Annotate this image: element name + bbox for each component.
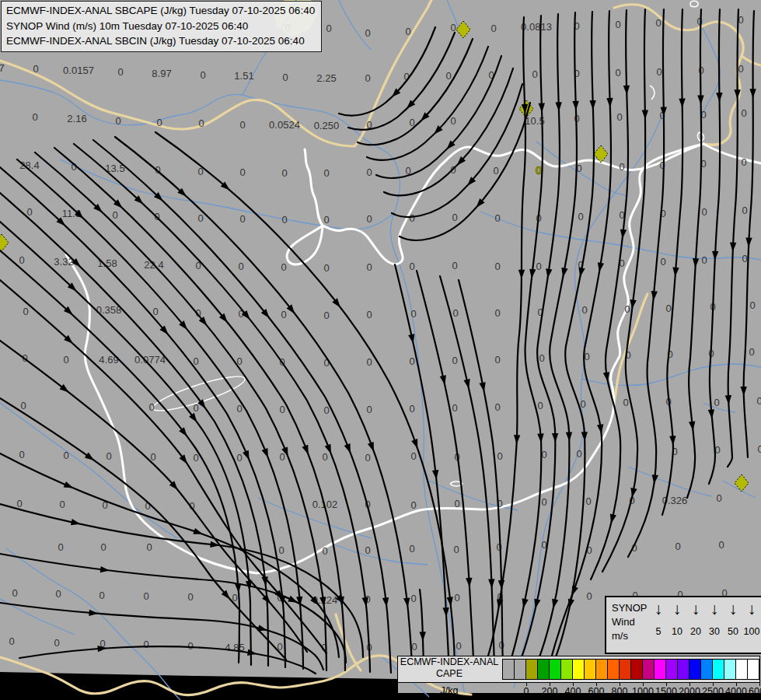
synop-legend-subtitle: Wind [612,615,649,629]
station-value: 8.97 [152,68,171,79]
station-value: 0 [615,19,620,30]
synop-legend-title: SYNOP [612,601,649,615]
station-value: 0 [282,72,288,83]
station-value: 0 [63,450,68,461]
station-value: 0 [738,63,743,75]
station-value: 0 [586,590,592,602]
station-value: 0 [279,451,285,463]
station-value: 0 [193,402,198,414]
station-value: 0 [494,354,500,366]
station-value: 0 [16,498,22,509]
synop-wind-legend: SYNOP Wind m/s ↓5↓10↓20↓30↓50↓100 [605,596,761,654]
station-value: 0 [143,639,148,650]
station-value: 0 [452,402,457,414]
station-value: 0 [281,261,286,273]
station-value: 0 [200,69,205,81]
cape-legend-name-line2: CAPE [397,668,501,680]
station-value: 0 [410,499,416,511]
station-value: 0 [58,541,63,553]
wind-speed-value: 5 [649,626,668,637]
wind-arrow-icon: ↓ [649,599,668,619]
station-value: 0 [146,541,152,553]
station-value: 0 [323,214,329,226]
station-value: 0 [19,449,24,460]
station-value: 0 [198,117,204,129]
station-value: 0 [539,352,544,364]
cape-color-swatch [655,660,666,679]
station-value: 0 [112,209,117,221]
station-value: 0 [366,166,372,178]
olive-zero-marker: 0 [536,163,542,177]
station-value: 0 [281,214,287,226]
synop-speed-column: ↓50 [724,599,742,653]
station-value: 0 [656,66,662,78]
station-value: 0 [150,451,155,463]
title-line-sbcape: ECMWF-INDEX-ANAL SBCAPE (J/kg) Tuesday 0… [6,3,315,19]
station-value: 0 [26,206,32,218]
station-value: 0 [32,111,37,123]
station-value: 0 [665,303,671,314]
cape-colorbar [502,659,759,680]
station-value: 0 [454,498,459,509]
station-value: 0 [236,452,242,464]
cape-legend-name-line1: ECMWF-INDEX-ANAL [397,656,501,668]
cape-scale-label: 6000 [742,686,761,697]
cape-color-swatch [503,660,515,679]
station-value: 0 [279,404,285,415]
station-value: 0 [365,27,370,39]
cape-color-swatch [748,660,759,679]
station-value: 0 [741,107,746,119]
station-value: 0.0774 [134,354,166,366]
cape-color-swatch [526,660,538,679]
synop-speed-column: ↓10 [668,599,686,653]
station-value: 0 [12,587,17,599]
map-canvas: 0000000.081300000700.015708.9701.5102.25… [0,0,761,700]
station-value: 0 [452,355,457,366]
station-value: 0 [239,119,245,131]
station-value: 0 [456,640,461,652]
station-value: 0 [490,23,496,34]
station-value: 0 [197,212,203,224]
station-value: 0 [405,26,410,37]
synop-legend-units: m/s [612,629,649,643]
station-value: 0 [619,161,624,173]
station-value: 0 [411,641,417,653]
station-value: 0 [322,545,327,557]
station-value: 0 [323,167,329,179]
cape-legend-units: J/kg [397,685,501,696]
station-value: 1.51 [234,70,253,82]
station-value: 0 [33,63,38,75]
station-value: 0 [322,451,327,463]
station-value: 0 [115,115,120,127]
wind-arrow-icon: ↓ [686,599,705,619]
station-value: 0 [576,448,581,460]
station-value: 0 [410,593,416,604]
station-value: 7 [0,62,5,74]
cape-color-swatch [515,660,526,679]
station-value: 0 [323,310,329,321]
station-value: 0 [239,166,245,178]
station-value: 0.0813 [521,21,552,33]
wind-speed-value: 50 [724,626,742,637]
station-value: 0 [148,401,154,413]
station-value: 0 [19,254,24,266]
station-value: 0 [742,253,747,264]
station-value: 0 [541,496,546,508]
cape-color-swatch [643,660,655,679]
station-value: 0 [701,206,707,218]
cape-color-swatch [561,660,573,679]
cape-color-swatch [689,660,701,679]
station-value: 0 [366,213,372,225]
station-value: 2.25 [316,72,336,84]
station-value: 0 [187,591,193,603]
cape-color-swatch [701,660,713,679]
wind-arrow-icon: ↓ [724,599,742,619]
weather-map-screen: 0000000.081300000700.015708.9701.5102.25… [0,0,761,700]
station-value: 0 [532,68,537,80]
station-value: 0.250 [314,120,340,131]
cape-color-swatch [724,660,736,679]
station-value: 0 [409,117,414,128]
station-value: 0 [498,639,504,651]
station-value: 0 [20,400,26,411]
cape-color-swatch [596,660,608,679]
